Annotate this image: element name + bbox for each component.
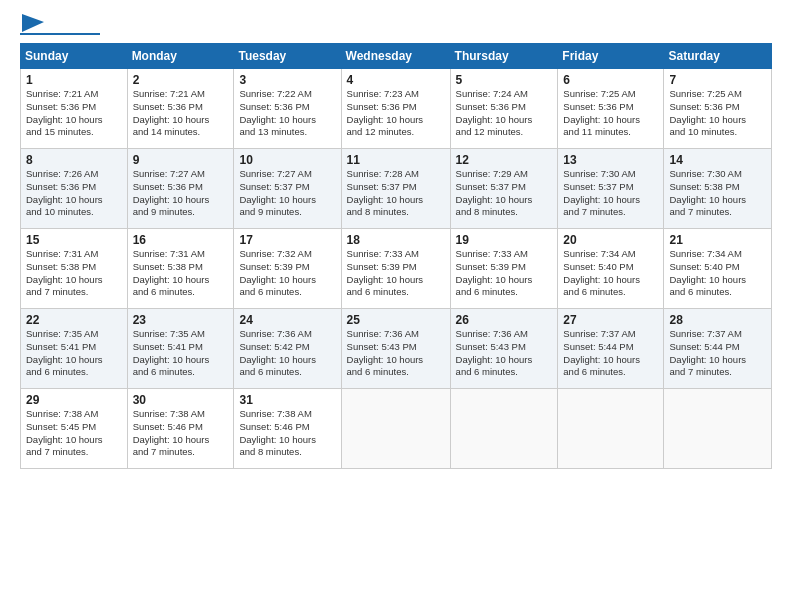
day-info: Sunrise: 7:32 AM Sunset: 5:39 PM Dayligh… bbox=[239, 248, 335, 299]
day-info: Sunrise: 7:35 AM Sunset: 5:41 PM Dayligh… bbox=[133, 328, 229, 379]
calendar-cell: 21Sunrise: 7:34 AM Sunset: 5:40 PM Dayli… bbox=[664, 229, 772, 309]
calendar-cell: 13Sunrise: 7:30 AM Sunset: 5:37 PM Dayli… bbox=[558, 149, 664, 229]
calendar-cell: 5Sunrise: 7:24 AM Sunset: 5:36 PM Daylig… bbox=[450, 69, 558, 149]
calendar-cell: 23Sunrise: 7:35 AM Sunset: 5:41 PM Dayli… bbox=[127, 309, 234, 389]
calendar-day-header: Wednesday bbox=[341, 44, 450, 69]
day-number: 31 bbox=[239, 393, 335, 407]
calendar-cell: 11Sunrise: 7:28 AM Sunset: 5:37 PM Dayli… bbox=[341, 149, 450, 229]
day-number: 27 bbox=[563, 313, 658, 327]
day-number: 29 bbox=[26, 393, 122, 407]
day-number: 15 bbox=[26, 233, 122, 247]
calendar-cell bbox=[664, 389, 772, 469]
day-info: Sunrise: 7:31 AM Sunset: 5:38 PM Dayligh… bbox=[26, 248, 122, 299]
calendar-cell: 3Sunrise: 7:22 AM Sunset: 5:36 PM Daylig… bbox=[234, 69, 341, 149]
day-number: 26 bbox=[456, 313, 553, 327]
day-info: Sunrise: 7:27 AM Sunset: 5:36 PM Dayligh… bbox=[133, 168, 229, 219]
calendar-cell: 14Sunrise: 7:30 AM Sunset: 5:38 PM Dayli… bbox=[664, 149, 772, 229]
calendar-week-row: 15Sunrise: 7:31 AM Sunset: 5:38 PM Dayli… bbox=[21, 229, 772, 309]
day-info: Sunrise: 7:34 AM Sunset: 5:40 PM Dayligh… bbox=[669, 248, 766, 299]
day-number: 24 bbox=[239, 313, 335, 327]
calendar-week-row: 22Sunrise: 7:35 AM Sunset: 5:41 PM Dayli… bbox=[21, 309, 772, 389]
day-info: Sunrise: 7:21 AM Sunset: 5:36 PM Dayligh… bbox=[133, 88, 229, 139]
day-info: Sunrise: 7:37 AM Sunset: 5:44 PM Dayligh… bbox=[669, 328, 766, 379]
day-info: Sunrise: 7:24 AM Sunset: 5:36 PM Dayligh… bbox=[456, 88, 553, 139]
calendar-header-row: SundayMondayTuesdayWednesdayThursdayFrid… bbox=[21, 44, 772, 69]
calendar-cell: 1Sunrise: 7:21 AM Sunset: 5:36 PM Daylig… bbox=[21, 69, 128, 149]
logo bbox=[20, 18, 100, 35]
day-info: Sunrise: 7:37 AM Sunset: 5:44 PM Dayligh… bbox=[563, 328, 658, 379]
day-info: Sunrise: 7:30 AM Sunset: 5:37 PM Dayligh… bbox=[563, 168, 658, 219]
day-number: 2 bbox=[133, 73, 229, 87]
calendar-cell: 12Sunrise: 7:29 AM Sunset: 5:37 PM Dayli… bbox=[450, 149, 558, 229]
day-number: 13 bbox=[563, 153, 658, 167]
header bbox=[20, 18, 772, 35]
calendar-cell: 28Sunrise: 7:37 AM Sunset: 5:44 PM Dayli… bbox=[664, 309, 772, 389]
day-info: Sunrise: 7:26 AM Sunset: 5:36 PM Dayligh… bbox=[26, 168, 122, 219]
day-info: Sunrise: 7:38 AM Sunset: 5:45 PM Dayligh… bbox=[26, 408, 122, 459]
calendar-body: 1Sunrise: 7:21 AM Sunset: 5:36 PM Daylig… bbox=[21, 69, 772, 469]
calendar-week-row: 1Sunrise: 7:21 AM Sunset: 5:36 PM Daylig… bbox=[21, 69, 772, 149]
day-number: 17 bbox=[239, 233, 335, 247]
day-number: 6 bbox=[563, 73, 658, 87]
day-info: Sunrise: 7:34 AM Sunset: 5:40 PM Dayligh… bbox=[563, 248, 658, 299]
day-number: 10 bbox=[239, 153, 335, 167]
calendar-cell: 29Sunrise: 7:38 AM Sunset: 5:45 PM Dayli… bbox=[21, 389, 128, 469]
calendar-cell: 15Sunrise: 7:31 AM Sunset: 5:38 PM Dayli… bbox=[21, 229, 128, 309]
calendar-cell: 18Sunrise: 7:33 AM Sunset: 5:39 PM Dayli… bbox=[341, 229, 450, 309]
day-info: Sunrise: 7:33 AM Sunset: 5:39 PM Dayligh… bbox=[347, 248, 445, 299]
calendar-cell: 19Sunrise: 7:33 AM Sunset: 5:39 PM Dayli… bbox=[450, 229, 558, 309]
calendar-week-row: 29Sunrise: 7:38 AM Sunset: 5:45 PM Dayli… bbox=[21, 389, 772, 469]
day-number: 12 bbox=[456, 153, 553, 167]
calendar-cell bbox=[558, 389, 664, 469]
calendar-cell: 30Sunrise: 7:38 AM Sunset: 5:46 PM Dayli… bbox=[127, 389, 234, 469]
calendar-cell: 7Sunrise: 7:25 AM Sunset: 5:36 PM Daylig… bbox=[664, 69, 772, 149]
day-number: 4 bbox=[347, 73, 445, 87]
calendar-cell: 10Sunrise: 7:27 AM Sunset: 5:37 PM Dayli… bbox=[234, 149, 341, 229]
calendar-cell: 9Sunrise: 7:27 AM Sunset: 5:36 PM Daylig… bbox=[127, 149, 234, 229]
day-info: Sunrise: 7:30 AM Sunset: 5:38 PM Dayligh… bbox=[669, 168, 766, 219]
calendar-cell: 31Sunrise: 7:38 AM Sunset: 5:46 PM Dayli… bbox=[234, 389, 341, 469]
day-number: 3 bbox=[239, 73, 335, 87]
day-number: 23 bbox=[133, 313, 229, 327]
calendar-cell: 27Sunrise: 7:37 AM Sunset: 5:44 PM Dayli… bbox=[558, 309, 664, 389]
day-info: Sunrise: 7:28 AM Sunset: 5:37 PM Dayligh… bbox=[347, 168, 445, 219]
day-number: 8 bbox=[26, 153, 122, 167]
calendar-day-header: Monday bbox=[127, 44, 234, 69]
day-info: Sunrise: 7:29 AM Sunset: 5:37 PM Dayligh… bbox=[456, 168, 553, 219]
calendar-day-header: Sunday bbox=[21, 44, 128, 69]
calendar-cell: 24Sunrise: 7:36 AM Sunset: 5:42 PM Dayli… bbox=[234, 309, 341, 389]
calendar-cell: 8Sunrise: 7:26 AM Sunset: 5:36 PM Daylig… bbox=[21, 149, 128, 229]
day-number: 21 bbox=[669, 233, 766, 247]
svg-marker-0 bbox=[22, 14, 44, 32]
day-info: Sunrise: 7:36 AM Sunset: 5:42 PM Dayligh… bbox=[239, 328, 335, 379]
calendar-cell bbox=[450, 389, 558, 469]
day-info: Sunrise: 7:22 AM Sunset: 5:36 PM Dayligh… bbox=[239, 88, 335, 139]
day-info: Sunrise: 7:36 AM Sunset: 5:43 PM Dayligh… bbox=[347, 328, 445, 379]
day-number: 18 bbox=[347, 233, 445, 247]
calendar-day-header: Friday bbox=[558, 44, 664, 69]
day-info: Sunrise: 7:31 AM Sunset: 5:38 PM Dayligh… bbox=[133, 248, 229, 299]
calendar-cell: 6Sunrise: 7:25 AM Sunset: 5:36 PM Daylig… bbox=[558, 69, 664, 149]
day-info: Sunrise: 7:33 AM Sunset: 5:39 PM Dayligh… bbox=[456, 248, 553, 299]
day-number: 7 bbox=[669, 73, 766, 87]
day-info: Sunrise: 7:35 AM Sunset: 5:41 PM Dayligh… bbox=[26, 328, 122, 379]
day-info: Sunrise: 7:36 AM Sunset: 5:43 PM Dayligh… bbox=[456, 328, 553, 379]
day-number: 9 bbox=[133, 153, 229, 167]
day-info: Sunrise: 7:38 AM Sunset: 5:46 PM Dayligh… bbox=[133, 408, 229, 459]
day-number: 16 bbox=[133, 233, 229, 247]
calendar-cell: 22Sunrise: 7:35 AM Sunset: 5:41 PM Dayli… bbox=[21, 309, 128, 389]
calendar-cell: 16Sunrise: 7:31 AM Sunset: 5:38 PM Dayli… bbox=[127, 229, 234, 309]
calendar-cell: 25Sunrise: 7:36 AM Sunset: 5:43 PM Dayli… bbox=[341, 309, 450, 389]
calendar-day-header: Saturday bbox=[664, 44, 772, 69]
day-number: 19 bbox=[456, 233, 553, 247]
day-number: 5 bbox=[456, 73, 553, 87]
calendar-table: SundayMondayTuesdayWednesdayThursdayFrid… bbox=[20, 43, 772, 469]
day-number: 28 bbox=[669, 313, 766, 327]
day-number: 11 bbox=[347, 153, 445, 167]
calendar-cell bbox=[341, 389, 450, 469]
day-info: Sunrise: 7:38 AM Sunset: 5:46 PM Dayligh… bbox=[239, 408, 335, 459]
day-number: 22 bbox=[26, 313, 122, 327]
day-info: Sunrise: 7:21 AM Sunset: 5:36 PM Dayligh… bbox=[26, 88, 122, 139]
day-number: 20 bbox=[563, 233, 658, 247]
calendar-week-row: 8Sunrise: 7:26 AM Sunset: 5:36 PM Daylig… bbox=[21, 149, 772, 229]
